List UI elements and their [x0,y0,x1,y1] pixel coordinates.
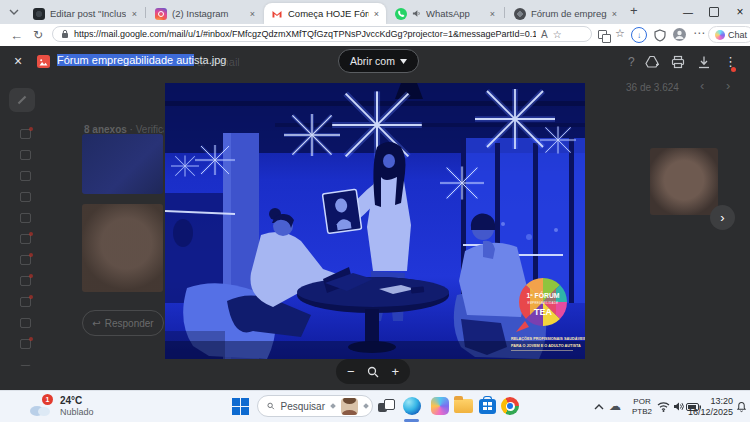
volume-icon[interactable] [673,401,684,412]
store-grid-icon [483,402,492,410]
chrome-icon [501,397,519,415]
whatsapp-favicon [395,8,407,20]
url-field[interactable]: https://mail.google.com/mail/u/1/#inbox/… [52,26,592,42]
file-explorer-button[interactable] [453,396,473,416]
magnifier-icon[interactable] [367,366,379,378]
open-with-button[interactable]: Abrir com [338,49,419,73]
prev-message-icon[interactable]: ‹ [700,78,704,93]
gmail-sidebar-ghost [16,118,34,366]
tab-audio-icon[interactable] [412,9,421,18]
weather-temperature[interactable]: 24°C [60,395,82,406]
language-line1: POR [629,397,655,407]
read-aloud-icon[interactable]: A [541,29,548,40]
zoom-in-button[interactable]: + [391,364,399,379]
language-indicator[interactable]: POR PTB2 [629,397,655,417]
tab-search-chevron-icon[interactable] [9,9,19,15]
attachment-thumbnail-ghost[interactable] [82,134,163,194]
tab-title: Editar post "Inclusão e cidadan [50,8,126,19]
add-to-drive-icon[interactable] [645,55,660,69]
close-preview-button[interactable]: × [14,53,22,69]
tab-title: WhatsApp [426,8,470,19]
tab-whatsapp[interactable]: WhatsApp × [388,3,502,24]
drafts-ghost-icon [20,234,31,244]
task-view-button[interactable] [376,396,396,416]
zoom-out-button[interactable]: − [347,364,355,379]
minimize-button[interactable]: — [676,0,700,24]
poster-title: 1º FÓRUM [526,291,559,299]
search-highlight-avatar [341,398,358,415]
tab-editar-post[interactable]: Editar post "Inclusão e cidadan × [26,3,144,24]
date: 16/12/2025 [688,407,733,418]
chat-label: Chat [728,30,747,40]
chrome-taskbar-button[interactable] [500,396,520,416]
language-line2: PTB2 [629,407,655,417]
help-icon[interactable]: ? [628,55,635,69]
chat-ghost-icon [20,192,31,202]
reply-button-ghost[interactable]: ↩ Responder [82,310,164,336]
refresh-button[interactable]: ↻ [33,28,43,42]
tab-title: Fórum de empregabilidade au [531,8,607,19]
tab-close-icon[interactable]: × [612,9,617,19]
archive-ghost-icon [20,255,31,265]
image-file-icon [37,55,50,68]
message-pagination-ghost: 36 de 3.624 [626,82,679,93]
profile-avatar[interactable] [673,28,686,41]
weather-alert-badge: 1 [42,394,53,405]
copilot-taskbar-button[interactable] [430,396,450,416]
favorite-star-icon[interactable]: ☆ [553,29,562,40]
edge-icon [403,397,421,415]
notification-dot [731,67,736,72]
restore-icon [709,7,719,17]
copilot-chat-button[interactable]: Chat [708,26,750,43]
tab-forum-site[interactable]: Fórum de empregabilidade au × [507,3,624,24]
taskbar-search[interactable]: Pesquisar [257,395,373,417]
sent-ghost-icon [20,213,31,223]
tab-close-icon[interactable]: × [250,9,255,19]
notifications-bell-icon[interactable] [736,401,747,413]
download-icon[interactable] [697,55,711,69]
new-tab-button[interactable]: + [630,3,638,18]
onedrive-cloud-icon[interactable]: ☁ [609,399,621,413]
pencil-icon [18,96,26,104]
downloads-button[interactable]: ↓ [631,27,647,43]
back-button[interactable]: ← [10,28,23,43]
microsoft-store-button[interactable] [477,396,497,416]
attachment-thumbnail-face-right-ghost[interactable] [650,148,718,215]
more-ghost-icon [20,360,31,366]
start-button[interactable] [232,398,249,415]
sparkle-icon [363,403,369,409]
clock[interactable]: 13:20 16/12/2025 [688,396,733,418]
edge-taskbar-button[interactable] [402,396,422,416]
hidden-icons-chevron[interactable] [594,404,604,410]
folder-icon [454,399,473,413]
zoom-controls: − + [336,359,410,384]
windows-taskbar: 1 24°C Nublado Pesquisar ☁ POR [0,390,750,422]
close-window-button[interactable]: × [728,0,750,24]
open-with-label: Abrir com [350,55,395,67]
browser-essentials-shield-icon[interactable] [654,29,666,42]
tab-close-icon[interactable]: × [132,9,137,19]
task-view-icon [378,398,394,414]
attachment-thumbnail-face-ghost[interactable] [82,204,163,292]
contacts-ghost-icon [20,276,31,286]
weather-description[interactable]: Nublado [60,407,94,417]
workspaces-icon[interactable] [598,30,607,39]
tab-instagram[interactable]: (2) Instagram × [148,3,262,24]
instagram-favicon [155,8,167,20]
settings-more-icon[interactable]: ⋯ [693,26,705,40]
inbox-ghost-icon [20,129,31,139]
next-message-icon[interactable]: › [726,78,730,93]
info-ghost-icon [20,297,31,307]
next-attachment-button[interactable]: › [710,205,735,230]
tab-gmail-active[interactable]: Começa HOJE Fórum de Empre × [264,3,386,24]
tab-close-icon[interactable]: × [374,9,379,19]
collections-icon[interactable]: ☆ [615,27,625,40]
copilot-icon [715,30,725,40]
restore-button[interactable] [702,0,726,24]
wifi-icon[interactable] [657,401,670,412]
layers-ghost-icon [20,318,31,328]
label-ghost-icon [20,339,31,349]
tab-close-icon[interactable]: × [490,9,495,19]
print-icon[interactable] [671,55,685,69]
forum-photo: 1º FÓRUM EMPREGABILIDADE TEA RELAÇÕES PR… [165,83,585,359]
